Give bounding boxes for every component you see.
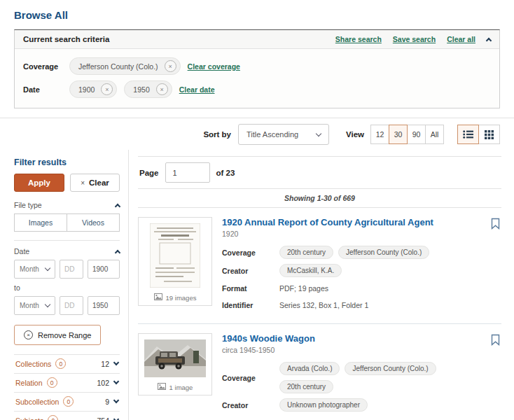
result-date: circa 1945-1950	[222, 346, 482, 354]
result-title-link[interactable]: 1940s Woodie Wagon	[222, 333, 315, 344]
facet-name: Subjects	[15, 416, 43, 420]
remove-range-label: Remove Range	[38, 331, 91, 340]
view-option-all[interactable]: All	[425, 125, 444, 144]
list-view-button[interactable]	[457, 125, 479, 144]
field-pills: 20th centuryJefferson County (Colo.)	[279, 246, 429, 259]
save-search-link[interactable]: Save search	[393, 35, 436, 43]
collapse-criteria-icon[interactable]	[486, 37, 492, 43]
image-count: 1 image	[158, 383, 193, 391]
criteria-row: Date1900×1950×Clear date	[23, 78, 491, 101]
filter-sidebar: Filter results Apply × Clear File type I…	[14, 150, 129, 420]
showing-count: Showing 1-30 of 669	[138, 189, 501, 208]
expand-facet-icon[interactable]	[113, 398, 119, 403]
grid-view-button[interactable]	[478, 125, 500, 144]
expand-facet-icon[interactable]	[113, 379, 119, 384]
file-type-videos-button[interactable]: Videos	[67, 214, 120, 232]
to-year-input[interactable]	[88, 296, 120, 315]
result-field-row: Coverage20th centuryJefferson County (Co…	[222, 246, 482, 259]
result-title-link[interactable]: 1920 Annual Report of County Agricultura…	[222, 217, 433, 227]
file-type-buttons: ImagesVideos	[14, 214, 120, 232]
metadata-pill[interactable]: Arvada (Colo.)	[279, 362, 340, 375]
field-label: Format	[222, 284, 279, 293]
result-thumbnail[interactable]: 19 images	[138, 217, 212, 306]
image-count-icon	[158, 383, 166, 391]
page-number-input[interactable]	[165, 162, 210, 183]
page-total: of 23	[216, 169, 235, 177]
facet-name: Collections	[15, 360, 51, 368]
remove-pill-icon[interactable]: ×	[101, 83, 113, 95]
sort-select-value: Title Ascending	[246, 130, 298, 139]
metadata-pill[interactable]: McCaskill, K.A.	[279, 264, 342, 277]
to-month-select[interactable]: Month	[14, 296, 55, 315]
facet-selected-badge: 0	[55, 358, 66, 369]
result-item: 1 image1940s Woodie Wagoncirca 1945-1950…	[138, 324, 501, 420]
facet-count-group: 102	[97, 379, 118, 387]
metadata-pill[interactable]: Unknown photographer	[279, 398, 368, 412]
metadata-pill[interactable]: Jefferson County (Colo.)	[338, 246, 429, 259]
bookmark-button[interactable]	[491, 218, 500, 230]
to-day-input[interactable]	[60, 296, 83, 315]
facet-list: Collections012Relation0102Subcollection0…	[14, 355, 120, 420]
current-search-criteria-panel: Current search criteria Share search Sav…	[14, 29, 500, 108]
collapse-file-type-icon[interactable]	[115, 203, 120, 209]
clear-filters-button[interactable]: × Clear	[70, 174, 120, 192]
clear-criterion-link[interactable]: Clear date	[179, 85, 215, 94]
remove-pill-icon[interactable]: ×	[165, 60, 176, 72]
result-field-row: CoverageArvada (Colo.)Jefferson County (…	[222, 362, 482, 393]
from-month-value: Month	[20, 265, 39, 273]
metadata-pill[interactable]: Jefferson County (Colo.)	[345, 362, 436, 375]
facet-selected-badge: 0	[47, 377, 57, 388]
document-scan-image	[150, 223, 200, 289]
result-date: 1920	[222, 230, 482, 238]
field-value: PDF; 19 pages	[279, 284, 328, 293]
expand-facet-icon[interactable]	[113, 360, 119, 365]
facet-label: Subjects0	[15, 415, 58, 420]
page-label: Page	[139, 169, 159, 177]
view-option-90[interactable]: 90	[407, 125, 426, 144]
result-field-row: CreatorUnknown photographer	[222, 398, 482, 412]
from-month-select[interactable]: Month	[14, 260, 55, 279]
facet-relation[interactable]: Relation0102	[14, 374, 120, 393]
criteria-row-label: Coverage	[23, 62, 62, 71]
remove-range-button[interactable]: × Remove Range	[14, 325, 101, 345]
file-type-label: File type	[14, 201, 42, 209]
chevron-down-icon	[45, 302, 50, 307]
expand-facet-icon[interactable]	[113, 416, 119, 420]
clear-all-link[interactable]: Clear all	[447, 35, 475, 43]
share-search-link[interactable]: Share search	[335, 35, 382, 43]
bookmark-icon	[491, 223, 500, 231]
image-count-text: 1 image	[169, 384, 193, 391]
facet-name: Relation	[15, 379, 43, 387]
to-month-value: Month	[20, 302, 39, 309]
facet-count: 754	[97, 416, 109, 420]
view-count-buttons: 123090All	[371, 125, 444, 144]
sort-select[interactable]: Title Ascending	[238, 124, 329, 145]
from-year-input[interactable]	[88, 260, 120, 279]
remove-pill-icon[interactable]: ×	[156, 83, 168, 95]
field-pills: Unknown photographer	[279, 398, 368, 412]
from-day-input[interactable]	[60, 260, 83, 279]
result-thumbnail[interactable]: 1 image	[138, 333, 212, 396]
metadata-pill[interactable]: 20th century	[279, 380, 333, 393]
view-option-30[interactable]: 30	[389, 125, 408, 144]
facet-count-group: 9	[105, 398, 118, 406]
view-option-12[interactable]: 12	[370, 125, 389, 144]
criteria-pill: Jefferson County (Colo.)×	[69, 57, 181, 75]
field-label: Coverage	[222, 248, 279, 257]
collapse-date-icon[interactable]	[115, 249, 120, 255]
clear-criterion-link[interactable]: Clear coverage	[188, 62, 240, 71]
field-label: Coverage	[222, 374, 279, 382]
file-type-images-button[interactable]: Images	[14, 214, 67, 232]
facet-subjects[interactable]: Subjects0754	[14, 412, 120, 420]
facet-collections[interactable]: Collections012	[14, 355, 120, 374]
criteria-rows: CoverageJefferson County (Colo.)×Clear c…	[15, 49, 499, 108]
apply-filters-button[interactable]: Apply	[14, 174, 64, 192]
results-list: 19 images1920 Annual Report of County Ag…	[138, 208, 501, 420]
bookmark-button[interactable]	[491, 334, 500, 346]
criteria-pill-text: Jefferson County (Colo.)	[78, 62, 158, 71]
view-label: View	[346, 130, 364, 139]
metadata-pill[interactable]: 20th century	[279, 246, 333, 259]
facet-label: Collections0	[15, 358, 66, 369]
facet-subcollection[interactable]: Subcollection09	[14, 393, 120, 412]
facet-count-group: 12	[101, 360, 118, 368]
